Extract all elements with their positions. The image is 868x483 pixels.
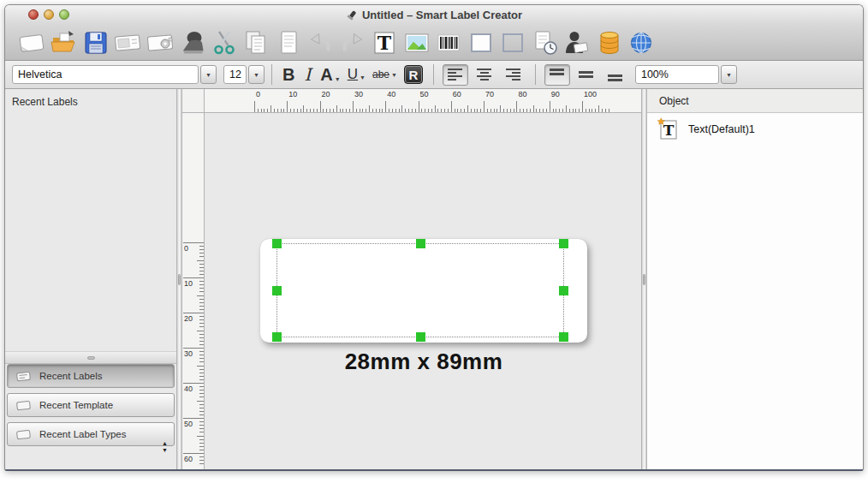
database-button[interactable] — [593, 27, 626, 59]
web-icon — [626, 27, 657, 58]
chevron-down-icon: ▼ — [360, 75, 366, 80]
v-ruler-label: 40 — [184, 385, 193, 393]
selection-handle-n[interactable] — [416, 239, 425, 248]
sidebar-tray-button-recent-label-types[interactable]: Recent Label Types — [7, 422, 175, 446]
selection-handle-sw[interactable] — [272, 332, 282, 342]
selection-handle-w[interactable] — [272, 286, 282, 295]
barcode-button[interactable] — [433, 27, 466, 59]
align-center-button[interactable] — [472, 64, 497, 86]
sidebar-tray-splitter[interactable] — [5, 351, 176, 364]
window-title-area: Untitled – Smart Label Creator — [5, 5, 863, 25]
label-wizard-icon — [145, 27, 175, 58]
rect-outline-button[interactable] — [497, 27, 530, 59]
font-size-dropdown-button[interactable]: ▼ — [248, 65, 265, 84]
zoom-level-field[interactable]: 100% — [635, 65, 719, 84]
text-icon: T — [369, 27, 400, 58]
v-ruler-label: 30 — [184, 349, 193, 358]
format-bar: Helvetica ▼ 12 ▼ B I A ▼ U ▼ abe ▼ R — [5, 61, 863, 89]
label-icon — [15, 370, 33, 383]
chevron-down-icon: ▼ — [253, 72, 259, 78]
label-icon — [15, 399, 33, 412]
cut-button[interactable] — [208, 27, 241, 59]
rect-filled-button[interactable] — [465, 27, 497, 59]
paste-button[interactable] — [272, 27, 305, 59]
copy-icon — [241, 27, 271, 58]
valign-bottom-button[interactable] — [603, 64, 628, 86]
strikethrough-button[interactable]: abe ▼ — [372, 69, 397, 80]
sidebar-tray-button-recent-template[interactable]: Recent Template — [7, 393, 175, 417]
italic-button[interactable]: I — [304, 64, 311, 85]
divider — [535, 64, 536, 85]
align-right-button[interactable] — [501, 64, 526, 86]
object-list-item[interactable]: TText(Default)1 — [647, 113, 863, 140]
save-button[interactable] — [80, 27, 112, 59]
h-ruler-label: 70 — [485, 90, 494, 98]
selection-handle-e[interactable] — [559, 286, 568, 295]
datetime-icon — [530, 27, 561, 58]
right-splitter[interactable] — [641, 89, 647, 470]
align-left-button[interactable] — [443, 64, 468, 86]
contact-button[interactable] — [562, 27, 594, 59]
window-title: Untitled – Smart Label Creator — [362, 9, 522, 21]
save-icon — [80, 27, 111, 58]
h-ruler-label: 10 — [288, 90, 297, 98]
selection-handle-se[interactable] — [559, 332, 568, 342]
image-button[interactable] — [401, 27, 433, 59]
stepper-up-icon: ▲ — [162, 440, 168, 447]
strikethrough-label: abe — [372, 69, 389, 80]
rect-outline-icon — [497, 27, 528, 58]
splitter-handle-icon — [178, 274, 181, 285]
design-canvas[interactable]: 28mm x 89mm — [205, 113, 641, 470]
copy-button[interactable] — [241, 27, 273, 59]
selection-handle-nw[interactable] — [272, 239, 282, 248]
open-button[interactable] — [48, 27, 80, 59]
new-label-icon — [16, 27, 47, 58]
underline-button[interactable]: U ▼ — [348, 66, 366, 83]
undo-button[interactable] — [305, 27, 337, 59]
h-ruler-label: 50 — [420, 90, 429, 98]
sidebar-panel-title: Recent Labels — [5, 89, 176, 108]
label-icon — [15, 428, 33, 441]
tray-button-label: Recent Labels — [39, 371, 103, 381]
text-object-selection[interactable] — [276, 243, 564, 337]
sidebar-stepper[interactable]: ▲ ▼ — [162, 440, 168, 453]
main-toolbar: T — [5, 25, 863, 61]
valign-middle-button[interactable] — [574, 64, 599, 86]
datetime-button[interactable] — [529, 27, 562, 59]
font-size-field[interactable]: 12 — [223, 65, 247, 84]
redo-icon — [337, 27, 368, 58]
selection-handle-ne[interactable] — [559, 239, 568, 248]
web-button[interactable] — [626, 27, 658, 59]
h-ruler-label: 100 — [584, 90, 597, 98]
valign-bottom-icon — [608, 69, 622, 81]
close-window-button[interactable] — [28, 9, 39, 20]
font-family-dropdown-button[interactable]: ▼ — [200, 65, 217, 84]
font-color-button[interactable]: A ▼ — [320, 65, 340, 85]
printer-button[interactable] — [176, 27, 209, 59]
chevron-down-icon: ▼ — [726, 72, 732, 78]
left-splitter[interactable] — [176, 89, 182, 470]
minimize-window-button[interactable] — [44, 9, 54, 20]
cut-icon — [209, 27, 240, 58]
zoom-window-button[interactable] — [59, 9, 69, 20]
bold-button[interactable]: B — [282, 65, 294, 85]
selection-handle-s[interactable] — [416, 332, 425, 342]
new-label-button[interactable] — [15, 27, 48, 59]
label-wizard-button[interactable] — [144, 27, 176, 59]
zoom-dropdown-button[interactable]: ▼ — [721, 65, 737, 84]
label-preview-button[interactable] — [112, 27, 145, 59]
valign-top-button[interactable] — [544, 64, 570, 86]
image-icon — [401, 27, 432, 58]
v-ruler-label: 50 — [184, 420, 193, 428]
object-list: TText(Default)1 — [647, 113, 863, 140]
barcode-icon — [433, 27, 464, 58]
chevron-down-icon: ▼ — [391, 72, 397, 78]
app-icon — [346, 9, 358, 21]
rotate-text-button[interactable]: R — [404, 65, 423, 84]
text-button[interactable]: T — [369, 27, 401, 59]
title-bar[interactable]: Untitled – Smart Label Creator — [5, 5, 863, 25]
valign-middle-icon — [579, 69, 593, 81]
redo-button[interactable] — [336, 27, 369, 59]
font-family-field[interactable]: Helvetica — [12, 65, 199, 84]
sidebar-tray-button-recent-labels[interactable]: Recent Labels — [7, 364, 175, 388]
